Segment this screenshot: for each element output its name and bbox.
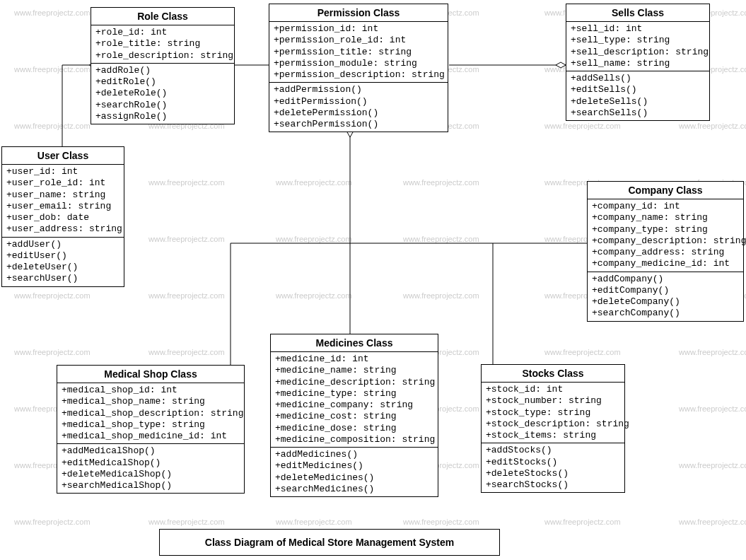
class-member: +medical_shop_type: string <box>62 419 240 431</box>
class-member: +searchSells() <box>571 107 705 119</box>
class-member: +permission_description: string <box>274 69 443 81</box>
class-attrs-role: +role_id: int+role_title: string+role_de… <box>91 25 234 64</box>
class-member: +editSells() <box>571 84 705 95</box>
class-title-user: User Class <box>2 147 124 165</box>
class-member: +medicine_type: string <box>275 388 433 399</box>
class-member: +role_description: string <box>95 50 230 62</box>
class-member: +user_address: string <box>6 223 120 235</box>
class-member: +user_name: string <box>6 189 120 201</box>
class-box-permission: Permission Class +permission_id: int+per… <box>269 4 448 132</box>
class-box-stocks: Stocks Class +stock_id: int+stock_number… <box>481 364 625 493</box>
class-member: +medical_shop_medicine_id: int <box>62 431 240 442</box>
class-box-user: User Class +user_id: int+user_role_id: i… <box>1 146 124 287</box>
class-member: +deleteUser() <box>6 262 120 273</box>
class-member: +editStocks() <box>486 457 620 468</box>
class-member: +searchMedicines() <box>275 484 433 495</box>
class-title-sells: Sells Class <box>566 4 709 22</box>
class-member: +company_address: string <box>592 247 739 258</box>
class-member: +medicine_company: string <box>275 399 433 411</box>
class-member: +medicine_cost: string <box>275 411 433 422</box>
class-box-medicalshop: Medical Shop Class +medical_shop_id: int… <box>57 365 245 494</box>
class-member: +addCompany() <box>592 274 739 285</box>
class-member: +medicine_dose: string <box>275 423 433 434</box>
class-member: +deleteMedicines() <box>275 472 433 484</box>
class-methods-role: +addRole()+editRole()+deleteRole()+searc… <box>91 64 234 124</box>
class-member: +searchMedicalShop() <box>62 480 240 491</box>
class-member: +editCompany() <box>592 285 739 296</box>
class-member: +addRole() <box>95 65 230 76</box>
class-member: +addSells() <box>571 73 705 84</box>
class-member: +editRole() <box>95 76 230 88</box>
class-member: +searchUser() <box>6 273 120 284</box>
class-member: +editMedicines() <box>275 460 433 472</box>
class-member: +permission_role_id: int <box>274 35 443 46</box>
class-title-permission: Permission Class <box>269 4 448 22</box>
class-member: +permission_id: int <box>274 23 443 35</box>
diagram-title: Class Diagram of Medical Store Managemen… <box>159 529 500 556</box>
class-attrs-stocks: +stock_id: int+stock_number: string+stoc… <box>482 383 624 443</box>
class-member: +addStocks() <box>486 445 620 456</box>
class-methods-stocks: +addStocks()+editStocks()+deleteStocks()… <box>482 443 624 492</box>
class-member: +editPermission() <box>274 96 443 107</box>
class-member: +searchRole() <box>95 100 230 111</box>
class-member: +searchCompany() <box>592 308 739 319</box>
class-attrs-sells: +sell_id: int+sell_type: string+sell_des… <box>566 22 709 71</box>
class-member: +assignRole() <box>95 111 230 122</box>
class-member: +stock_description: string <box>486 419 620 430</box>
class-box-medicines: Medicines Class +medicine_id: int+medici… <box>270 334 438 497</box>
class-member: +searchStocks() <box>486 479 620 491</box>
class-member: +stock_number: string <box>486 395 620 407</box>
class-methods-medicines: +addMedicines()+editMedicines()+deleteMe… <box>271 448 438 496</box>
class-member: +stock_items: string <box>486 430 620 441</box>
class-attrs-medicines: +medicine_id: int+medicine_name: string+… <box>271 352 438 448</box>
class-member: +addUser() <box>6 239 120 250</box>
class-member: +deleteMedicalShop() <box>62 469 240 480</box>
class-member: +medicine_composition: string <box>275 434 433 445</box>
class-title-medicalshop: Medical Shop Class <box>57 366 244 383</box>
class-member: +deletePermission() <box>274 107 443 119</box>
class-member: +editMedicalShop() <box>62 457 240 469</box>
class-member: +user_dob: date <box>6 212 120 223</box>
class-member: +medical_shop_description: string <box>62 408 240 419</box>
class-member: +stock_type: string <box>486 407 620 419</box>
class-methods-medicalshop: +addMedicalShop()+editMedicalShop()+dele… <box>57 444 244 493</box>
class-attrs-permission: +permission_id: int+permission_role_id: … <box>269 22 448 83</box>
class-member: +deleteSells() <box>571 96 705 107</box>
class-title-company: Company Class <box>588 182 743 199</box>
class-member: +user_email: string <box>6 201 120 212</box>
class-member: +company_name: string <box>592 212 739 223</box>
class-member: +addMedicines() <box>275 449 433 460</box>
class-member: +editUser() <box>6 250 120 262</box>
class-member: +role_id: int <box>95 27 230 38</box>
class-member: +permission_title: string <box>274 47 443 58</box>
class-member: +user_role_id: int <box>6 177 120 189</box>
class-member: +deleteRole() <box>95 88 230 99</box>
class-member: +role_title: string <box>95 38 230 49</box>
class-member: +addPermission() <box>274 84 443 95</box>
class-member: +sell_type: string <box>571 35 705 46</box>
class-box-role: Role Class +role_id: int+role_title: str… <box>91 7 235 124</box>
class-attrs-company: +company_id: int+company_name: string+co… <box>588 199 743 272</box>
class-member: +medical_shop_id: int <box>62 385 240 396</box>
class-member: +searchPermission() <box>274 119 443 130</box>
class-member: +permission_module: string <box>274 58 443 69</box>
class-member: +addMedicalShop() <box>62 445 240 457</box>
class-title-stocks: Stocks Class <box>482 365 624 383</box>
class-methods-company: +addCompany()+editCompany()+deleteCompan… <box>588 272 743 321</box>
class-member: +medicine_description: string <box>275 377 433 388</box>
class-member: +medicine_name: string <box>275 365 433 376</box>
class-member: +stock_id: int <box>486 384 620 395</box>
class-member: +sell_id: int <box>571 23 705 35</box>
class-member: +deleteCompany() <box>592 296 739 308</box>
class-title-role: Role Class <box>91 8 234 25</box>
class-box-sells: Sells Class +sell_id: int+sell_type: str… <box>566 4 710 121</box>
class-member: +sell_description: string <box>571 47 705 58</box>
class-member: +company_medicine_id: int <box>592 258 739 269</box>
class-member: +user_id: int <box>6 166 120 177</box>
class-attrs-medicalshop: +medical_shop_id: int+medical_shop_name:… <box>57 383 244 444</box>
class-methods-permission: +addPermission()+editPermission()+delete… <box>269 83 448 132</box>
class-methods-sells: +addSells()+editSells()+deleteSells()+se… <box>566 71 709 120</box>
class-member: +company_description: string <box>592 235 739 247</box>
class-member: +sell_name: string <box>571 58 705 69</box>
class-member: +company_type: string <box>592 224 739 235</box>
